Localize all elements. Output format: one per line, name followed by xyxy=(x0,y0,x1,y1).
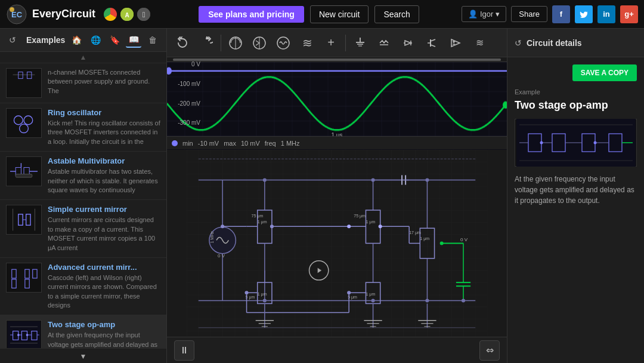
new-circuit-button[interactable]: New circuit xyxy=(310,5,369,23)
list-item[interactable]: Ring oscillator Kick me! This ring oscil… xyxy=(0,103,166,152)
osc-scrollbar[interactable] xyxy=(167,57,507,62)
osc-min-label: min xyxy=(182,140,193,147)
ground-button[interactable] xyxy=(349,32,371,54)
sidebar-toolbar: ↺ Examples 🏠 🌐 🔖 📖 🗑 xyxy=(0,29,166,52)
osc-max-label: max xyxy=(224,140,236,147)
book-icon[interactable]: 📖 xyxy=(126,32,141,48)
svg-point-145 xyxy=(371,299,375,302)
add-wire-button[interactable]: ≋ xyxy=(296,32,318,54)
plans-pricing-button[interactable]: See plans and pricing xyxy=(199,6,304,23)
circuit-toolbar: ≋ + xyxy=(167,29,507,57)
pause-button[interactable]: ⏸ xyxy=(174,340,194,361)
googleplus-button[interactable]: g+ xyxy=(620,5,638,23)
refresh-icon: ↺ xyxy=(515,38,522,48)
svg-point-112 xyxy=(379,224,382,228)
list-item-title: Astable Multivibrator xyxy=(48,156,160,165)
list-item[interactable]: n-channel MOSFETs connected between powe… xyxy=(0,63,166,103)
svg-point-162 xyxy=(593,141,596,144)
trash-icon[interactable]: 🗑 xyxy=(145,32,160,48)
list-item-desc: At the given frequency the input voltage… xyxy=(48,331,160,348)
circuit-thumbnail xyxy=(6,263,42,293)
scroll-down-indicator[interactable]: ▼ xyxy=(80,352,87,361)
top-navigation: EC EveryCircuit A  See plans and pricin… xyxy=(0,0,644,29)
undo-button[interactable] xyxy=(172,32,193,54)
node-button[interactable] xyxy=(373,32,395,54)
list-item-title: Advanced current mirr... xyxy=(48,263,160,272)
add-resistor-button[interactable] xyxy=(225,32,246,54)
right-sidebar-content: SAVE A COPY Example Two stage op-amp xyxy=(507,57,644,363)
circuit-thumbnail xyxy=(6,156,42,186)
osc-min-value: -10 mV xyxy=(198,140,219,147)
example-label: Example xyxy=(515,88,637,96)
browser-icons: A  xyxy=(104,8,150,21)
sidebar-list: n-channel MOSFETs connected between powe… xyxy=(0,63,166,348)
scroll-up-indicator[interactable]: ▲ xyxy=(80,53,87,61)
list-item-desc: Current mirrors are circuits designed to… xyxy=(48,216,160,253)
bookmark-icon[interactable]: 🔖 xyxy=(107,32,122,48)
redo-button[interactable] xyxy=(196,32,217,54)
svg-point-109 xyxy=(347,224,351,228)
toolbar-divider xyxy=(221,35,221,51)
save-copy-button[interactable]: SAVE A COPY xyxy=(572,64,637,81)
example-title: Two stage op-amp xyxy=(515,99,637,112)
facebook-button[interactable]: f xyxy=(552,5,570,23)
osc-status-bar: min -10 mV max 10 mV freq 1 MHz xyxy=(167,136,507,149)
user-avatar-icon: 👤 xyxy=(468,10,478,19)
list-item[interactable]: Advanced current mirr... Cascode (left) … xyxy=(0,258,166,316)
list-item[interactable]: Astable Multivibrator Astable multivibra… xyxy=(0,152,166,200)
add-capacitor-button[interactable] xyxy=(249,32,270,54)
nav-right: 👤 Igor ▾ Share f in g+ xyxy=(462,5,644,23)
globe-icon[interactable]: 🌐 xyxy=(88,32,103,48)
svg-point-46 xyxy=(26,334,29,337)
circuit-diagram: 0 V 1 MHz 75 μm 1 μm xyxy=(167,150,507,337)
svg-text:0 V: 0 V xyxy=(218,253,225,259)
list-item-text: Advanced current mirr... Cascode (left) … xyxy=(48,263,160,310)
svg-point-114 xyxy=(440,241,444,245)
svg-line-62 xyxy=(431,45,435,47)
pause-icon: ⏸ xyxy=(179,345,189,356)
osc-max-value: 10 mV xyxy=(241,140,260,147)
refresh-icon[interactable]: ↺ xyxy=(5,32,20,48)
transistor-button[interactable] xyxy=(421,32,442,54)
add-source-button[interactable]: + xyxy=(320,32,342,54)
toolbar-divider xyxy=(345,35,346,51)
example-thumbnail xyxy=(515,119,637,167)
svg-rect-35 xyxy=(7,321,40,348)
svg-text:A: A xyxy=(125,12,129,19)
list-item[interactable]: Simple current mirror Current mirrors ar… xyxy=(0,200,166,258)
logo-area: EC EveryCircuit A  xyxy=(0,4,156,25)
list-item[interactable]: Two stage op-amp At the given frequency … xyxy=(0,315,166,348)
list-item-text: Simple current mirror Current mirrors ar… xyxy=(48,205,160,253)
svg-text:1 MHz: 1 MHz xyxy=(210,231,214,244)
list-item-text: n-channel MOSFETs connected between powe… xyxy=(48,68,160,98)
more-tools-button[interactable]: ≋ xyxy=(469,32,490,54)
home-icon[interactable]: 🏠 xyxy=(69,32,84,48)
user-menu-button[interactable]: 👤 Igor ▾ xyxy=(462,6,506,22)
share-button[interactable]: Share xyxy=(511,6,547,22)
svg-point-84 xyxy=(221,224,224,228)
example-desc: At the given frequency the input voltage… xyxy=(515,174,637,206)
main-layout: ↺ Examples 🏠 🌐 🔖 📖 🗑 ▲ xyxy=(0,29,644,363)
svg-point-141 xyxy=(263,178,267,182)
search-button[interactable]: Search xyxy=(374,5,419,23)
android-icon: A xyxy=(120,8,134,21)
resize-button[interactable]: ⇔ xyxy=(479,340,500,361)
osc-freq-value: 1 MHz xyxy=(281,140,300,147)
svg-text:1 μm: 1 μm xyxy=(366,292,375,297)
diode-button[interactable] xyxy=(397,32,419,54)
twitter-button[interactable] xyxy=(575,5,593,23)
list-item-desc: Astable multivibrator has two states, ne… xyxy=(48,167,160,195)
svg-point-142 xyxy=(371,178,375,182)
sidebar-title: Examples xyxy=(26,35,65,45)
list-item-text: Astable Multivibrator Astable multivibra… xyxy=(48,156,160,195)
opamp-button[interactable] xyxy=(445,32,466,54)
center-area: ≋ + xyxy=(167,29,507,363)
svg-line-61 xyxy=(431,39,435,41)
linkedin-button[interactable]: in xyxy=(597,5,615,23)
add-inductor-button[interactable] xyxy=(273,32,294,54)
bottom-controls: ⏸ ⇔ xyxy=(167,337,507,363)
svg-rect-7 xyxy=(7,69,40,97)
svg-point-108 xyxy=(270,224,274,228)
right-sidebar-title: Circuit details xyxy=(527,38,582,48)
circuit-canvas[interactable]: 0 V 1 MHz 75 μm 1 μm xyxy=(167,150,507,337)
